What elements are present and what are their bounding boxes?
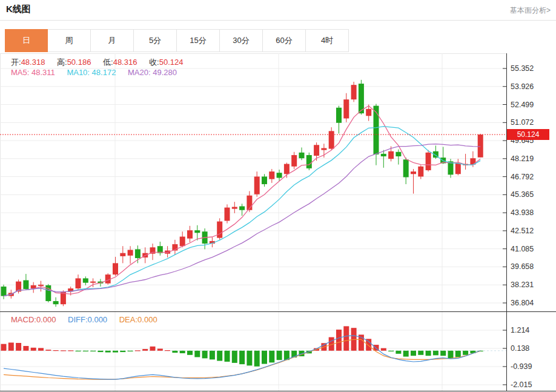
y-axis-label: 41.085 [511,244,534,254]
y-axis-label: 45.365 [511,190,534,199]
open-value: 48.318 [21,58,45,67]
y-axis-label: 39.658 [511,262,534,271]
low-value: 48.316 [113,58,137,67]
ma-info: MA5: 48.311 MA10: 48.172 MA20: 49.280 [11,68,187,77]
header-divider [0,20,556,21]
tab-month[interactable]: 月 [91,29,134,52]
high-value: 50.186 [67,58,91,67]
y-axis-label: 48.219 [511,154,534,164]
dea-label: DEA: [119,315,137,324]
diff-value: 0.000 [88,315,108,324]
macd-label: MACD: [11,315,36,324]
current-price-tag: 50.124 [507,129,549,140]
ma5-label: MA5: [11,68,29,77]
close-value: 50.124 [159,58,184,67]
bottom-border [0,391,556,391]
tab-day[interactable]: 日 [5,29,48,52]
high-label: 高: [57,58,67,67]
y-axis-label: 42.512 [511,226,534,236]
panel-separator [0,311,556,312]
macd-axis-label: -2.015 [511,380,532,390]
ma5-value: 48.311 [31,68,55,77]
period-tabs: 日 周 月 5分 15分 30分 60分 4时 [5,29,349,52]
tab-4hour[interactable]: 4时 [306,29,349,52]
y-axis-label: 51.072 [511,118,534,127]
y-axis-label: 46.792 [511,172,534,182]
tab-60min[interactable]: 60分 [263,29,306,52]
y-axis-label: 52.499 [511,100,534,110]
dea-value: 0.000 [137,315,157,324]
kline-page: K线图 基本面分析> 日 周 月 5分 15分 30分 60分 4时 开:48.… [0,0,556,392]
ma10-value: 48.172 [92,68,116,77]
ma10-label: MA10: [67,68,90,77]
price-axis-line [506,53,507,391]
candlestick-chart[interactable] [0,53,506,311]
tab-5min[interactable]: 5分 [134,29,177,52]
y-axis-label: 36.804 [511,298,534,308]
diff-label: DIFF: [68,315,88,324]
macd-axis-label: 1.214 [511,325,529,335]
tab-15min[interactable]: 15分 [177,29,220,52]
tab-week[interactable]: 周 [48,29,91,52]
ma20-value: 49.280 [153,68,177,77]
ma20-label: MA20: [128,68,151,77]
y-axis-label: 38.231 [511,280,534,290]
macd-axis-label: -0.939 [511,362,532,371]
macd-value: 0.000 [36,315,56,324]
low-label: 低: [103,58,113,67]
y-axis-label: 55.352 [511,64,534,73]
y-axis-label: 43.938 [511,208,534,218]
macd-info: MACD:0.000 DIFF:0.000 DEA:0.000 [11,315,167,324]
fundamental-analysis-link[interactable]: 基本面分析> [510,5,551,16]
open-label: 开: [11,58,21,67]
ohlc-info: 开:48.318 高:50.186 低:48.316 收:50.124 [11,57,193,68]
macd-axis-label: 0.138 [511,344,529,353]
y-axis-label: 53.926 [511,82,534,91]
close-label: 收: [149,58,159,67]
tab-30min[interactable]: 30分 [220,29,263,52]
page-title: K线图 [6,4,31,15]
